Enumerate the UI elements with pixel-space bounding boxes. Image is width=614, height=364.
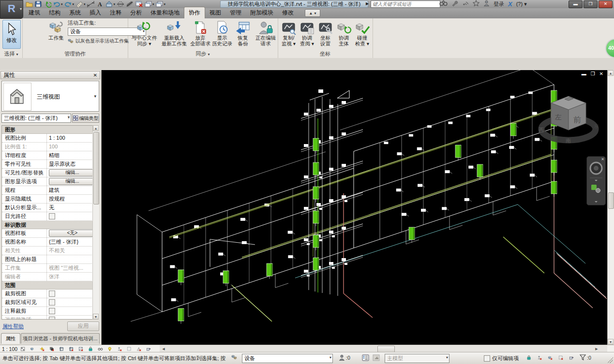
- restore-button[interactable]: ❐: [584, 0, 598, 8]
- chevron-down-icon[interactable]: ▾: [84, 2, 86, 6]
- temporary-hide-isolate-icon[interactable]: [98, 346, 105, 352]
- search-input[interactable]: [371, 0, 440, 8]
- canvas-horizontal-scrollbar[interactable]: ◀ ▶: [160, 345, 607, 352]
- view-scale-button[interactable]: 1 : 100: [2, 346, 17, 352]
- close-icon[interactable]: ✕: [93, 73, 97, 78]
- chevron-down-icon[interactable]: ▾: [94, 94, 96, 99]
- coordination-settings-button[interactable]: 坐标设置: [316, 20, 334, 50]
- property-checkbox[interactable]: [49, 308, 55, 314]
- property-value[interactable]: 按规程: [46, 195, 99, 203]
- displacement-sets-icon[interactable]: [146, 346, 154, 352]
- redo-icon[interactable]: [64, 1, 72, 8]
- editing-request-grant-icon[interactable]: [537, 354, 545, 361]
- detail-level-icon[interactable]: [20, 346, 28, 352]
- ribbon-tab-分析[interactable]: 分析: [126, 7, 146, 18]
- help-icon[interactable]: (?) ▾: [516, 1, 527, 7]
- minimize-button[interactable]: ▬: [569, 0, 583, 8]
- type-selector[interactable]: 三维视图 ▾: [1, 81, 99, 112]
- scrollbar-thumb[interactable]: [93, 132, 99, 204]
- save-icon[interactable]: [34, 1, 42, 8]
- copy-monitor-button[interactable]: 复制/监视 ▾: [280, 20, 298, 50]
- chevron-down-icon[interactable]: ▾: [164, 2, 166, 6]
- history-button[interactable]: 显示历史记录: [211, 20, 233, 50]
- section-header[interactable]: 范围ˆ: [2, 281, 99, 290]
- apply-button[interactable]: 应用: [67, 321, 99, 331]
- canvas-vertical-scrollbar[interactable]: ▲ ▼: [607, 70, 614, 345]
- ribbon-tab-视图[interactable]: 视图: [205, 7, 225, 18]
- property-value[interactable]: 张洋: [46, 273, 99, 281]
- status-workset-combo[interactable]: 设备▾: [242, 354, 333, 363]
- property-checkbox[interactable]: [49, 213, 55, 219]
- scroll-up-arrow[interactable]: ▲: [608, 70, 614, 76]
- far-clip-icon[interactable]: [78, 346, 86, 352]
- sun-path-icon[interactable]: [40, 346, 47, 352]
- ribbon-tab-建筑[interactable]: 建筑: [24, 7, 45, 18]
- property-button[interactable]: <无>: [49, 230, 96, 237]
- relinquish-icon[interactable]: [548, 354, 555, 361]
- section-icon[interactable]: [117, 1, 124, 8]
- tab-project-browser[interactable]: 项目浏览器 - 技师学院机电培训...: [21, 333, 100, 344]
- subscription-icon[interactable]: [451, 0, 458, 8]
- property-value[interactable]: 视图 "三维视...: [46, 264, 99, 272]
- property-value[interactable]: 建筑: [46, 186, 99, 194]
- coordination-host-button[interactable]: 协调主体: [335, 20, 353, 50]
- viewcube-front-label[interactable]: 前: [573, 116, 581, 124]
- sync-central-button[interactable]: 与中心文件同步 ▾: [130, 20, 159, 50]
- viewcube-east-label[interactable]: 东: [594, 123, 599, 129]
- ribbon-minimize-button[interactable]: ▲▾: [305, 9, 320, 17]
- ribbon-tab-附加模块[interactable]: 附加模块: [246, 7, 278, 18]
- property-value[interactable]: 1 : 100: [46, 134, 99, 142]
- scroll-left-arrow[interactable]: ◀: [161, 346, 166, 352]
- editing-requests-button[interactable]: 正在编辑请求: [253, 20, 278, 50]
- viewcube-west-label[interactable]: 西: [539, 127, 544, 133]
- section-header[interactable]: 标识数据ˆ: [2, 221, 99, 229]
- view-minimize-icon[interactable]: ▬: [582, 71, 586, 77]
- ribbon-tab-插入[interactable]: 插入: [85, 7, 105, 18]
- text-icon[interactable]: A: [96, 1, 104, 8]
- exchange-apps-icon[interactable]: X: [508, 0, 512, 8]
- editing-requests-indicator[interactable]: :0: [339, 354, 350, 361]
- ribbon-tab-系统[interactable]: 系统: [65, 7, 85, 18]
- lock-3d-view-icon[interactable]: [88, 346, 96, 352]
- chevron-down-icon[interactable]: ▾: [114, 2, 116, 6]
- temporary-view-properties-icon[interactable]: [127, 346, 135, 352]
- drawing-area[interactable]: ▬ ❐ ✕ 西 南 东 左 前 ✕: [102, 70, 607, 345]
- property-value[interactable]: 显示原状态: [46, 160, 99, 168]
- property-button[interactable]: 编辑...: [49, 178, 96, 185]
- scrollbar-thumb[interactable]: [608, 192, 614, 209]
- release-worksets-icon[interactable]: [526, 354, 534, 361]
- editable-only-checkbox[interactable]: 仅可编辑项: [484, 355, 519, 362]
- scroll-right-arrow[interactable]: ▶: [594, 346, 599, 352]
- manage-collaboration-panel-label[interactable]: 管理协作: [22, 50, 128, 58]
- drag-elements-icon[interactable]: [569, 354, 577, 361]
- properties-title-bar[interactable]: 属性 ✕: [0, 71, 100, 79]
- chevron-down-icon[interactable]: ▾: [61, 2, 63, 6]
- shadows-icon[interactable]: [49, 346, 57, 352]
- ribbon-tab-注释[interactable]: 注释: [105, 7, 126, 18]
- property-value[interactable]: 精细: [46, 151, 99, 160]
- title-expand-arrow[interactable]: ▶: [366, 1, 369, 6]
- view-close-icon[interactable]: ✕: [599, 71, 603, 77]
- scrollbar-thumb[interactable]: [377, 346, 395, 352]
- close-button[interactable]: ✕: [599, 0, 613, 8]
- scroll-up-arrow[interactable]: ▲: [93, 125, 99, 131]
- customize-qat-icon[interactable]: [156, 1, 164, 8]
- select-panel-label[interactable]: 选择 ▾: [0, 50, 22, 58]
- sync-icon[interactable]: [44, 1, 51, 8]
- close-hidden-windows-icon[interactable]: [135, 1, 143, 8]
- property-checkbox[interactable]: [49, 299, 55, 306]
- undo-icon[interactable]: [53, 1, 60, 8]
- reload-latest-button[interactable]: 重新载入最新工作集: [159, 20, 189, 50]
- interference-check-button[interactable]: 碰撞检查 ▾: [353, 20, 371, 50]
- edit-type-button[interactable]: 编辑类型: [72, 114, 99, 123]
- crop-region-icon[interactable]: [69, 346, 76, 352]
- coordinate-panel-label[interactable]: 坐标: [278, 50, 373, 58]
- scroll-down-arrow[interactable]: ▼: [608, 339, 614, 345]
- relinquish-button[interactable]: 放弃全部请求: [190, 20, 211, 50]
- tab-properties[interactable]: 属性: [1, 333, 20, 344]
- application-menu-button[interactable]: R▾: [0, 0, 23, 19]
- resize-grip[interactable]: [607, 357, 613, 363]
- signin-link[interactable]: 登录: [494, 0, 504, 8]
- navbar-close-icon[interactable]: ✕: [601, 157, 604, 161]
- property-value[interactable]: [46, 255, 99, 263]
